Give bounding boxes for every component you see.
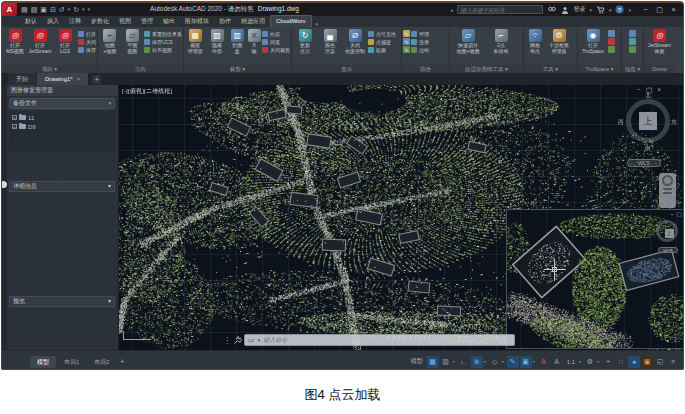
ortho-mode-toggle[interactable]: ∟ [458,356,470,368]
point-snap-button[interactable]: 点捕捉 [368,38,396,45]
redo-icon[interactable]: ↻ [73,3,79,16]
grid-points-button[interactable]: ⁘网格 布点 [525,29,545,54]
wcs-dropdown[interactable]: WCS [627,159,661,167]
two-point-polyline-button[interactable]: ⌐2点 多段线 [486,29,516,54]
jetstream-demo-button[interactable]: ◎JetStream 体验 [645,29,674,54]
clip-manager-button[interactable]: ▦裁剪 管理器 [185,29,206,54]
grid-display-toggle[interactable]: ▦ [427,356,439,368]
object-snap-tracking-toggle[interactable]: ✎ [507,356,519,368]
panel-label-project[interactable]: 项目 ▾ [2,65,97,73]
layout-tab-model[interactable]: 模型 [30,356,56,368]
slice-back-button[interactable]: 回退 [262,38,290,45]
panel-label-orientation[interactable]: 方向 [98,65,183,73]
layout-tab-layout1[interactable]: 布局1 [57,356,86,368]
project-open-button[interactable]: 打开 [78,30,96,37]
open-jetstream-button[interactable]: ◎打开 JetStream [28,29,52,54]
new-drawing-tab-button[interactable]: + [92,75,101,84]
restore-button[interactable]: ▢ [653,4,666,15]
quick-slice-button[interactable]: ▱快速切片 地面+墙面 [451,29,485,54]
osnap-dropdown-icon[interactable]: ▾ [533,359,537,364]
viewcube-west[interactable]: 西 [618,118,624,127]
open-msview-button[interactable]: ◎打开 MS视图 [3,29,27,54]
project-save-button[interactable]: 保存 [78,46,96,53]
customize-wrench-icon[interactable] [233,336,242,345]
isolate-objects-button[interactable]: ▣ [641,356,653,368]
fit-manage-button[interactable]: 管理 [411,30,429,37]
steering-wheel-icon[interactable] [662,175,673,186]
clean-screen-button[interactable]: ◱ [654,356,666,368]
model-space-toggle[interactable]: 模型 [408,357,426,366]
scale-dropdown-icon[interactable]: ▾ [579,359,583,364]
undo-dropdown-icon[interactable]: ▾ [68,3,71,16]
search-icon[interactable] [547,5,556,14]
preview-section-header[interactable]: 预览▾ [9,296,115,307]
signin-dropdown-icon[interactable]: ▾ [589,7,592,13]
viewcube-east[interactable]: 东 [671,118,677,127]
tab-addins[interactable]: 附加模块 [180,16,214,27]
panel-label-polyline-tools[interactable]: 自适应画线工具 ▾ [450,65,523,73]
panel-label-fit[interactable]: 拟合 [402,65,449,73]
project-close-button[interactable]: 关闭 [78,38,96,45]
polar-dropdown-icon[interactable]: ▾ [484,359,488,364]
sign-in-link[interactable]: 登录 [573,5,585,14]
minimize-button[interactable]: − [639,4,652,15]
save-ucs-button[interactable]: 保存UCS [144,38,182,45]
account-icon[interactable] [560,5,569,14]
panel-label-truspace[interactable]: TruSpace ▾ [578,65,621,73]
truspace-viewcube[interactable]: 上 [656,220,678,242]
panel-label-demo[interactable]: Demo [644,65,675,73]
clips-off-button[interactable]: 关闭裁剪 [262,46,290,53]
quick-properties-toggle[interactable]: ● [628,356,640,368]
isodraft-toggle[interactable]: ◇ [489,356,501,368]
undo-icon[interactable]: ↺ [59,3,65,16]
ground-wall-button[interactable]: ⌐地面 +墙面 [99,29,121,54]
truspace-minimize-icon[interactable]: − [671,211,674,217]
tab-collaborate[interactable]: 协作 [214,16,236,27]
panel-label-display[interactable]: 显示 [292,65,401,73]
command-line-bar[interactable]: ⋮ ▭ ▾ 键入命令 [223,333,515,347]
command-history-icon[interactable]: ▭ [248,335,255,345]
density-control-button[interactable]: Ø关闭 密度控制 [343,29,367,54]
slice-box-button[interactable]: ▥剖面 盒 [228,29,246,54]
model-space-viewport[interactable]: [-][俯视][二维线框] − ▢ × 上 北 南 西 东 WCS [119,85,683,350]
viewport-close-icon[interactable]: × [657,86,661,94]
command-grip-icon[interactable]: ⋮ [223,336,231,345]
hide-outside-button[interactable]: ▧隐藏 外部 [207,29,228,54]
pan-icon[interactable] [663,188,672,190]
fit-normal-icon[interactable]: ✎ [403,46,410,53]
command-dropdown-icon[interactable]: ▾ [258,337,261,343]
panel-label-info[interactable]: 信息 ▾ [622,65,643,73]
tab-output[interactable]: 输出 [158,16,180,27]
customization-menu-button[interactable]: ≡ [667,356,679,368]
palette-grab-bar[interactable] [2,85,7,350]
align-view-button[interactable]: 对齐视图 [144,46,182,53]
search-input[interactable] [457,5,543,14]
viewcube[interactable]: 上 北 南 西 东 [626,99,670,143]
tab-cloudworx[interactable]: CloudWorx [270,15,312,27]
new-file-icon[interactable]: ▤ [21,3,28,16]
help-icon[interactable]: ? [615,5,624,14]
close-button[interactable]: × [667,4,680,15]
tab-parametric[interactable]: 参数化 [86,16,114,27]
open-file-icon[interactable]: ▨ [31,3,38,16]
tab-insert[interactable]: 插入 [42,16,64,27]
snap-mode-toggle[interactable]: ▥ [440,356,452,368]
clash-manager-button[interactable]: ⚙干涉检查 管理器 [546,29,572,54]
open-truspace-button[interactable]: ◉打开 TruSpace [579,29,607,54]
help-dropdown-icon[interactable]: ▾ [628,7,631,13]
object-snap-toggle[interactable]: ▣ [520,356,532,368]
units-button[interactable]: ∷ [615,356,627,368]
viewcube-top-face[interactable]: 上 [639,112,657,130]
navigation-bar[interactable] [659,173,676,208]
workspace-switching-button[interactable]: ⚙ [584,356,596,368]
truspace-pane[interactable]: − ▢ 上 WCS [506,209,683,349]
expand-icon[interactable]: + [12,115,17,120]
tree-node-d9[interactable]: +D9 [9,122,115,131]
redo-dropdown-icon[interactable]: ▾ [82,3,85,16]
new-layout-button[interactable]: + [118,357,127,366]
save-icon[interactable]: ▣ [40,3,47,16]
annotation-autoscale-toggle[interactable]: A [551,356,563,368]
tab-default[interactable]: 默认 [20,16,42,27]
info-web-icon[interactable] [629,46,636,53]
tab-featured-apps[interactable]: 精选应用 [236,16,270,27]
